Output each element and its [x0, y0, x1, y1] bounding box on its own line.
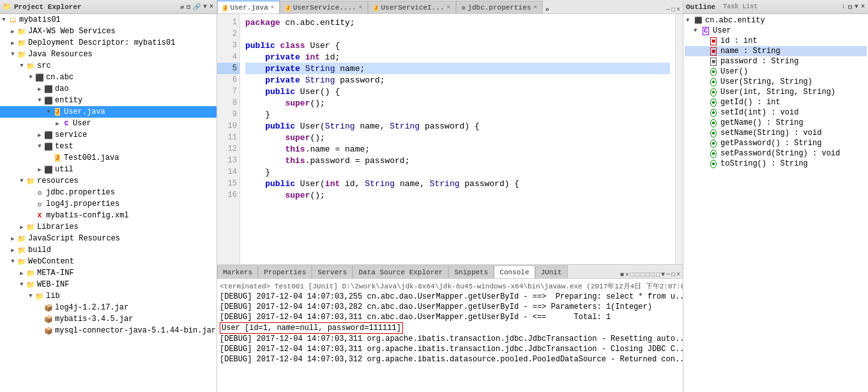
toggle-icon: ▼ — [27, 293, 34, 299]
outline-item-password-field[interactable]: ■ password : String — [685, 56, 867, 67]
close-icon[interactable]: × — [209, 3, 214, 12]
code-content[interactable]: package cn.abc.entity; public class User… — [240, 14, 675, 264]
bottom-tab-markers[interactable]: Markers — [217, 265, 258, 278]
bt-icon1[interactable]: ⬚ — [630, 270, 634, 278]
bt-minimize-icon[interactable]: ─ — [666, 271, 670, 278]
bt-maximize-icon[interactable]: □ — [671, 271, 675, 278]
outline-icon: C — [701, 26, 710, 35]
outline-item-setPassword[interactable]: ● setPassword(String) : void — [685, 148, 867, 159]
tree-item-Test001.java[interactable]: J Test001.java — [0, 152, 217, 164]
outline-icon: ● — [709, 149, 718, 158]
tab-close-button[interactable]: × — [359, 4, 362, 11]
tab-close-button[interactable]: × — [533, 4, 537, 11]
outline-label: User — [713, 26, 731, 35]
bt-icon5[interactable]: ⬚ — [651, 270, 655, 278]
outline-item-User-constructor[interactable]: ● User() — [685, 67, 867, 77]
tab-userservice1[interactable]: J UserService.... × — [280, 1, 368, 13]
tree-item-WebContent[interactable]: ▼ 📁 WebContent — [0, 256, 217, 267]
tree-item-js-resources[interactable]: ▶ 📁 JavaScript Resources — [0, 233, 217, 244]
tab-close-button[interactable]: × — [271, 4, 274, 11]
tab-user-java[interactable]: J User.java × — [217, 1, 280, 13]
tree-label: entity — [55, 96, 82, 105]
editor-scrollbar[interactable] — [675, 14, 683, 264]
tree-item-resources[interactable]: ▼ 📁 resources — [0, 175, 217, 187]
tree-item-dao[interactable]: ▶ ⬛ dao — [0, 83, 217, 95]
tree-item-jdbc.properties[interactable]: ⚙ jdbc.properties — [0, 187, 217, 198]
tree-icon: ⚙ — [34, 187, 45, 198]
line-number: 16 — [217, 189, 240, 201]
tree-item-mybatis-jar[interactable]: 📦 mybatis-3.4.5.jar — [0, 313, 217, 325]
sort-icon[interactable]: ↕ — [841, 3, 846, 12]
tree-item-jax-ws[interactable]: ▶ 📁 JAX-WS Web Services — [0, 26, 217, 37]
code-line: this.name = name; — [245, 143, 670, 155]
tree-icon: 📁 — [17, 245, 27, 255]
outline-item-User-cls[interactable]: ▼ C User — [685, 26, 867, 36]
tree-icon: 📦 — [43, 325, 54, 336]
tree-item-log4j.properties[interactable]: ⚙ log4j.properties — [0, 198, 217, 210]
outline-item-toString[interactable]: ● toString() : String — [685, 159, 867, 169]
bottom-tab-junit[interactable]: JUnit — [535, 265, 568, 278]
outline-item-name-field[interactable]: ■ name : String — [685, 46, 867, 56]
bt-close-icon[interactable]: × — [676, 271, 680, 278]
outline-item-pkg[interactable]: ▼ ⬛ cn.abc.entity — [685, 15, 867, 26]
tree-item-META-INF[interactable]: ▶ 📁 META-INF — [0, 267, 217, 279]
tab-userservicei[interactable]: J UserServiceI... × — [368, 1, 456, 13]
tree-item-WEB-INF[interactable]: ▼ 📁 WEB-INF — [0, 279, 217, 290]
clear-icon[interactable]: ✕ — [625, 270, 629, 278]
bottom-tab-properties[interactable]: Properties — [258, 265, 312, 278]
outline-close-icon[interactable]: × — [860, 3, 865, 12]
tree-item-entity[interactable]: ▼ ⬛ entity — [0, 95, 217, 106]
outline-item-setId[interactable]: ● setId(int) : void — [685, 107, 867, 118]
bottom-tab-servers[interactable]: Servers — [312, 265, 353, 278]
hide-icon[interactable]: ⊟ — [848, 3, 853, 12]
outline-item-User-str-constructor[interactable]: ● User(String, String) — [685, 77, 867, 87]
bt-icon3[interactable]: ⬚ — [641, 270, 644, 278]
code-editor[interactable]: 12345678910111213141516 package cn.abc.e… — [217, 14, 683, 264]
tab-jdbc-properties[interactable]: ⚙ jdbc.properties × — [456, 1, 543, 13]
minimize-icon[interactable]: ─ — [666, 6, 670, 13]
filter-icon[interactable]: ▼ — [854, 3, 859, 12]
link-icon[interactable]: 🔗 — [192, 3, 201, 12]
tree-icon: ⬛ — [43, 84, 54, 94]
stop-icon[interactable]: ■ — [620, 271, 624, 278]
tree-item-deployment[interactable]: ▶ 📁 Deployment Descriptor: mybatis01 — [0, 37, 217, 49]
tree-icon: 📦 — [43, 302, 54, 313]
tree-item-libraries[interactable]: ▶ 📁 Libraries — [0, 221, 217, 233]
tree-item-service[interactable]: ▶ ⬛ service — [0, 129, 217, 141]
collapse-icon[interactable]: ⊟ — [186, 3, 191, 12]
toggle-icon: ▶ — [9, 28, 17, 35]
tree-item-lib[interactable]: ▼ 📁 lib — [0, 290, 217, 302]
tree-item-src[interactable]: ▼ 📁 src — [0, 60, 217, 72]
tree-item-mysql-jar[interactable]: 📦 mysql-connector-java-5.1.44-bin.jar — [0, 325, 217, 336]
bt-icon2[interactable]: ⬚ — [636, 270, 639, 278]
bt-icon4[interactable]: ⬚ — [646, 270, 650, 278]
tree-item-log4j-jar[interactable]: 📦 log4j-1.2.17.jar — [0, 302, 217, 313]
tree-item-cn.abc[interactable]: ▼ ⬛ cn.abc — [0, 72, 217, 83]
outline-item-id-field[interactable]: ■ id : int — [685, 36, 867, 46]
tree-item-build[interactable]: ▶ 📁 build — [0, 244, 217, 256]
outline-item-setName[interactable]: ● setName(String) : void — [685, 128, 867, 138]
maximize-icon[interactable]: □ — [671, 6, 675, 13]
editor-close-icon[interactable]: × — [676, 6, 680, 13]
tab-close-button[interactable]: × — [447, 4, 450, 11]
tree-item-mybatis01[interactable]: ▼ 🗂 mybatis01 — [0, 14, 217, 26]
tab-overflow[interactable]: » — [543, 6, 552, 13]
bottom-tab-console[interactable]: Console — [494, 265, 535, 278]
tree-item-util[interactable]: ▶ ⬛ util — [0, 164, 217, 175]
bt-icon6[interactable]: ⬚ — [656, 270, 660, 278]
bottom-tab-snippets[interactable]: Snippets — [448, 265, 494, 278]
bottom-tab-datasource[interactable]: Data Source Explorer — [353, 265, 448, 278]
outline-item-User-int-constructor[interactable]: ● User(int, String, String) — [685, 87, 867, 97]
tree-item-test[interactable]: ▼ ⬛ test — [0, 141, 217, 152]
outline-item-getName[interactable]: ● getName() : String — [685, 118, 867, 128]
tree-item-User.java[interactable]: ▼ J User.java — [0, 106, 217, 118]
tree-item-mybatis-config.xml[interactable]: X mybatis-config.xml — [0, 210, 217, 221]
outline-item-getId[interactable]: ● getId() : int — [685, 97, 867, 107]
tree-item-User-class[interactable]: ▶ C User — [0, 118, 217, 129]
menu-icon[interactable]: ▼ — [202, 3, 208, 12]
outline-item-getPassword[interactable]: ● getPassword() : String — [685, 138, 867, 148]
sync-icon[interactable]: ⇄ — [179, 3, 185, 12]
tree-item-java-resources[interactable]: ▼ 📁 Java Resources — [0, 49, 217, 60]
bt-menu-icon[interactable]: ▼ — [661, 271, 665, 278]
outline-label: name : String — [720, 47, 780, 56]
